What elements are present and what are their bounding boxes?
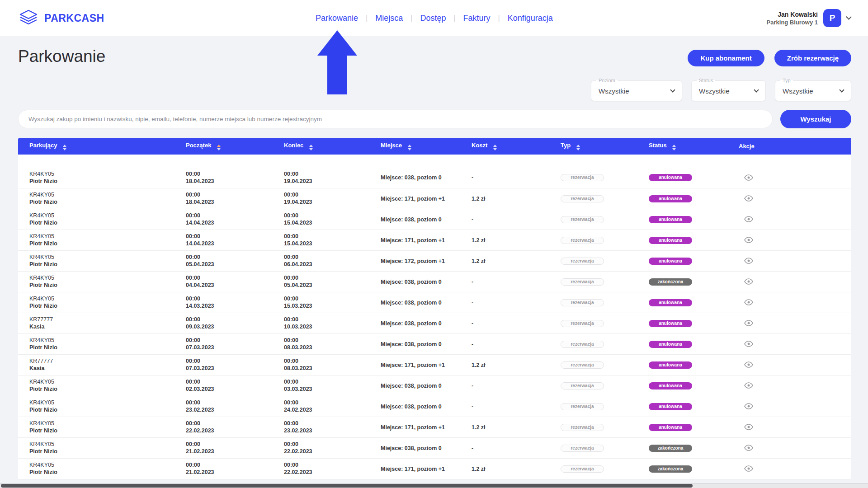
start-time: 00:00 xyxy=(186,337,280,343)
eye-icon xyxy=(744,174,753,181)
chevron-down-icon[interactable] xyxy=(846,14,852,20)
end-time: 00:00 xyxy=(284,171,377,177)
vehicle-plate: KR4KY05 xyxy=(29,254,182,260)
status-badge: anulowana xyxy=(649,424,692,431)
vehicle-plate: KR4KY05 xyxy=(29,337,182,343)
column-header-poczatek[interactable]: Początek xyxy=(182,138,280,155)
start-date: 14.04.2023 xyxy=(186,240,280,247)
search-button[interactable]: Wyszukaj xyxy=(780,110,851,128)
start-date: 23.02.2023 xyxy=(186,407,280,413)
start-time: 00:00 xyxy=(186,420,280,427)
table-row: KR4KY05 Piotr Nizio 00:00 22.02.2023 00:… xyxy=(18,417,851,437)
buy-subscription-button[interactable]: Kup abonament xyxy=(688,50,764,66)
end-date: 08.03.2023 xyxy=(284,344,377,351)
filter-value: Wszystkie xyxy=(783,87,813,95)
end-date: 15.04.2023 xyxy=(284,240,377,247)
start-date: 02.03.2023 xyxy=(186,386,280,392)
parker-name: Piotr Nizio xyxy=(29,427,182,434)
view-details-button[interactable] xyxy=(742,256,755,266)
horizontal-scrollbar-thumb[interactable] xyxy=(1,484,693,488)
column-label: Typ xyxy=(561,142,571,149)
filter-label: Typ xyxy=(780,77,793,84)
make-reservation-button[interactable]: Zrób rezerwację xyxy=(774,50,851,66)
table-row: KR4KY05 Piotr Nizio 00:00 14.04.2023 00:… xyxy=(18,230,851,250)
horizontal-scrollbar[interactable] xyxy=(0,483,868,488)
type-badge: rezerwacja xyxy=(561,174,604,181)
filter-typ-select[interactable]: Typ Wszystkie xyxy=(775,80,851,101)
end-time: 00:00 xyxy=(284,337,377,343)
column-header-miejsce[interactable]: Miejsce xyxy=(377,138,468,155)
avatar[interactable]: P xyxy=(823,9,841,27)
sort-icon xyxy=(672,145,676,150)
start-time: 00:00 xyxy=(186,441,280,447)
type-badge: rezerwacja xyxy=(561,299,604,306)
status-badge: anulowana xyxy=(649,195,692,202)
view-details-button[interactable] xyxy=(742,297,755,307)
nav-faktury[interactable]: Faktury xyxy=(456,14,498,23)
table-row: KR4KY05 Piotr Nizio 00:00 07.03.2023 00:… xyxy=(18,333,851,354)
search-input[interactable] xyxy=(18,110,773,128)
status-badge: anulowana xyxy=(649,382,692,389)
place-label: Miejsce: 038, poziom 0 xyxy=(381,445,442,451)
logo[interactable]: PARKCASH xyxy=(18,9,104,27)
nav-miejsca[interactable]: Miejsca xyxy=(368,14,410,23)
cost-value: - xyxy=(472,300,473,306)
status-badge: anulowana xyxy=(649,403,692,410)
view-details-button[interactable] xyxy=(742,360,755,370)
filter-label: Poziom xyxy=(596,77,618,84)
place-label: Miejsce: 038, poziom 0 xyxy=(381,300,442,306)
view-details-button[interactable] xyxy=(742,443,755,453)
view-details-button[interactable] xyxy=(742,464,755,474)
column-label: Koniec xyxy=(284,142,303,149)
end-time: 00:00 xyxy=(284,275,377,281)
table-row: KR4KY05 Piotr Nizio 00:00 18.04.2023 00:… xyxy=(18,167,851,188)
view-details-button[interactable] xyxy=(742,339,755,349)
column-header-parkujacy[interactable]: Parkujący xyxy=(18,138,182,155)
eye-icon xyxy=(744,341,753,347)
type-badge: rezerwacja xyxy=(561,382,604,389)
place-label: Miejsce: 171, poziom +1 xyxy=(381,196,445,202)
sort-icon xyxy=(576,145,580,150)
status-badge: anulowana xyxy=(649,299,692,306)
end-time: 00:00 xyxy=(284,462,377,468)
nav-konfiguracja[interactable]: Konfiguracja xyxy=(500,14,561,23)
view-details-button[interactable] xyxy=(742,193,755,203)
view-details-button[interactable] xyxy=(742,173,755,183)
start-time: 00:00 xyxy=(186,316,280,323)
filter-poziom-select[interactable]: Poziom Wszystkie xyxy=(591,80,682,101)
view-details-button[interactable] xyxy=(742,235,755,245)
column-header-status[interactable]: Status xyxy=(645,138,735,155)
place-label: Miejsce: 038, poziom 0 xyxy=(381,320,442,327)
parker-name: Piotr Nizio xyxy=(29,282,182,288)
eye-icon xyxy=(744,278,753,285)
start-date: 18.04.2023 xyxy=(186,178,280,184)
end-date: 23.02.2023 xyxy=(284,427,377,434)
end-time: 00:00 xyxy=(284,441,377,447)
view-details-button[interactable] xyxy=(742,277,755,286)
view-details-button[interactable] xyxy=(742,318,755,328)
column-header-typ[interactable]: Typ xyxy=(557,138,645,155)
end-time: 00:00 xyxy=(284,358,377,364)
user-menu[interactable]: Jan Kowalski Parking Biurowy 1 P xyxy=(767,0,851,36)
view-details-button[interactable] xyxy=(742,380,755,390)
view-details-button[interactable] xyxy=(742,401,755,411)
filter-status-select[interactable]: Status Wszystkie xyxy=(691,80,766,101)
view-details-button[interactable] xyxy=(742,214,755,224)
vehicle-plate: KR4KY05 xyxy=(29,441,182,447)
type-badge: rezerwacja xyxy=(561,237,604,244)
user-name: Jan Kowalski xyxy=(767,11,818,18)
table-row: KR77777 Kasia 00:00 09.03.2023 00:00 10.… xyxy=(18,313,851,333)
vehicle-plate: KR4KY05 xyxy=(29,192,182,198)
start-date: 21.02.2023 xyxy=(186,469,280,475)
nav-parkowanie[interactable]: Parkowanie xyxy=(308,14,366,23)
view-details-button[interactable] xyxy=(742,422,755,432)
table-row: KR4KY05 Piotr Nizio 00:00 14.03.2023 00:… xyxy=(18,292,851,313)
column-header-koniec[interactable]: Koniec xyxy=(280,138,377,155)
column-label: Początek xyxy=(186,142,211,149)
chevron-down-icon xyxy=(754,87,759,92)
end-date: 10.03.2023 xyxy=(284,324,377,330)
app-header: PARKCASH Parkowanie | Miejsca | Dostęp |… xyxy=(0,0,868,36)
nav-dostep[interactable]: Dostęp xyxy=(412,14,453,23)
start-date: 14.03.2023 xyxy=(186,303,280,309)
column-header-koszt[interactable]: Koszt xyxy=(468,138,557,155)
